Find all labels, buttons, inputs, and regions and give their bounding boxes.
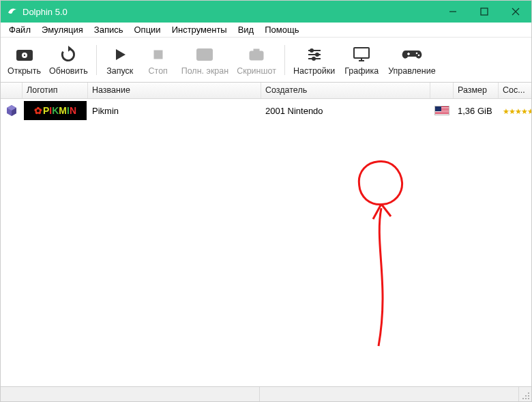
menu-tools[interactable]: Инструменты (166, 23, 233, 36)
graphics-button[interactable]: Графика (339, 40, 384, 81)
play-label: Запуск (106, 66, 133, 76)
gamecube-icon (5, 104, 18, 117)
open-button[interactable]: Открыть (3, 40, 45, 81)
svg-point-23 (418, 54, 420, 56)
menu-view[interactable]: Вид (233, 23, 260, 36)
fullscreen-icon (195, 44, 214, 65)
refresh-icon (59, 44, 77, 65)
svg-rect-11 (254, 49, 259, 52)
settings-label: Настройки (293, 66, 335, 76)
col-name[interactable]: Название (88, 83, 261, 98)
sliders-icon (306, 44, 323, 65)
svg-point-26 (528, 398, 529, 399)
camera-icon (248, 44, 265, 65)
play-button[interactable]: Запуск (101, 40, 139, 81)
svg-rect-1 (481, 8, 488, 15)
title-bar: Dolphin 5.0 (1, 1, 531, 23)
statusbar-cell (260, 387, 519, 401)
play-icon (113, 44, 128, 65)
menu-file[interactable]: Файл (3, 23, 36, 36)
controllers-label: Управление (388, 66, 436, 76)
menu-help[interactable]: Помощь (259, 23, 304, 36)
menu-bar: Файл Эмуляция Запись Опции Инструменты В… (1, 23, 531, 38)
col-maker[interactable]: Создатель (261, 83, 430, 98)
settings-button[interactable]: Настройки (289, 40, 339, 81)
menu-record[interactable]: Запись (89, 23, 129, 36)
refresh-label: Обновить (49, 66, 88, 76)
col-logo[interactable]: Логотип (23, 83, 88, 98)
screenshot-label: Скриншот (237, 66, 276, 76)
status-bar (1, 386, 531, 401)
flag-us-icon (434, 106, 449, 115)
svg-point-22 (416, 52, 418, 54)
disc-icon (15, 44, 34, 65)
stop-label: Стоп (149, 66, 168, 76)
svg-rect-9 (201, 53, 208, 57)
svg-point-29 (522, 398, 524, 399)
menu-options[interactable]: Опции (129, 23, 166, 36)
svg-point-16 (310, 49, 313, 52)
menu-emulation[interactable]: Эмуляция (36, 23, 89, 36)
resize-grip-icon[interactable] (519, 387, 531, 401)
col-size[interactable]: Размер (454, 83, 499, 98)
col-rating[interactable]: Сос... (499, 83, 531, 98)
col-region[interactable] (430, 83, 454, 98)
statusbar-cell (1, 387, 260, 401)
toolbar: Открыть Обновить Запуск Стоп Полн. экран… (1, 38, 531, 83)
svg-point-12 (254, 53, 259, 58)
svg-rect-7 (154, 51, 162, 59)
maximize-button[interactable] (469, 1, 500, 23)
stop-icon (151, 44, 165, 65)
svg-point-31 (528, 392, 529, 394)
fullscreen-button: Полн. экран (177, 40, 233, 81)
game-row[interactable]: ✿ PIKMIN Pikmin 2001 Nintendo 1,36 GiB ★… (1, 99, 531, 122)
col-platform[interactable] (1, 83, 23, 98)
window-title: Dolphin 5.0 (23, 7, 68, 17)
refresh-button[interactable]: Обновить (45, 40, 92, 81)
app-icon (6, 5, 18, 18)
minimize-button[interactable] (437, 1, 469, 23)
game-banner: ✿ PIKMIN (24, 101, 87, 120)
close-button[interactable] (500, 1, 531, 23)
game-list-header: Логотип Название Создатель Размер Сос... (1, 83, 531, 99)
screenshot-button: Скриншот (233, 40, 280, 81)
svg-point-18 (312, 57, 315, 60)
svg-point-17 (316, 53, 319, 56)
svg-point-27 (525, 398, 527, 399)
game-rating: ★★★★★ (499, 104, 531, 117)
graphics-label: Графика (344, 66, 379, 76)
svg-rect-19 (354, 48, 369, 58)
controllers-button[interactable]: Управление (384, 40, 440, 81)
svg-point-6 (23, 54, 25, 55)
gamepad-icon (402, 44, 422, 65)
svg-point-28 (528, 395, 529, 397)
game-name: Pikmin (88, 104, 261, 117)
banner-cell: ✿ PIKMIN (23, 99, 88, 122)
platform-cell (1, 102, 23, 119)
game-maker: 2001 Nintendo (261, 104, 430, 117)
svg-point-30 (525, 395, 527, 397)
toolbar-separator (96, 45, 97, 75)
monitor-icon (352, 44, 371, 65)
stop-button: Стоп (139, 40, 177, 81)
open-label: Открыть (8, 66, 41, 76)
fullscreen-label: Полн. экран (181, 66, 228, 76)
toolbar-separator (284, 45, 285, 75)
game-size: 1,36 GiB (454, 104, 499, 117)
game-region (430, 104, 454, 117)
